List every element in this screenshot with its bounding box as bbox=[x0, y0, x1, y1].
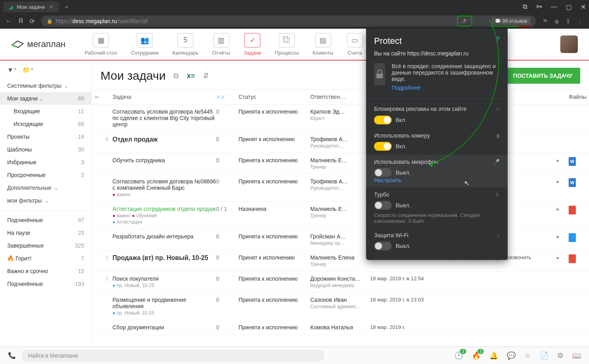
protect-option: Использовать камеру▮Вкл. bbox=[374, 128, 500, 155]
toggle-switch[interactable] bbox=[374, 142, 392, 151]
sliders-icon[interactable]: ⚙ bbox=[557, 351, 563, 360]
filter-icon[interactable]: ▼⁺ bbox=[7, 66, 17, 74]
tab-favicon: ◢ bbox=[9, 4, 13, 10]
more-icon[interactable]: ⋮ bbox=[577, 18, 583, 25]
browser-address-bar: ← Я ⟳ 🔒 https://desc.megaplan.ru/task/fi… bbox=[0, 14, 589, 29]
sidebar-item[interactable]: Подчинённые97 bbox=[0, 214, 91, 226]
note-icon[interactable]: 📄 bbox=[540, 351, 548, 360]
table-row[interactable]: Согласовать условия договора №08896 с ко… bbox=[92, 174, 589, 202]
sidebar-item[interactable]: На паузе23 bbox=[0, 226, 91, 239]
toggle-switch[interactable] bbox=[374, 201, 392, 210]
maximize-icon[interactable]: ▢ bbox=[566, 3, 572, 11]
protect-title: Protect bbox=[374, 36, 402, 46]
protect-popover: Protect? Вы на сайте https://desc.megapl… bbox=[366, 29, 508, 260]
svg-rect-1 bbox=[376, 74, 383, 79]
toggle-switch[interactable] bbox=[374, 168, 392, 177]
nav-Рабочий стол[interactable]: ▦Рабочий стол bbox=[85, 33, 117, 56]
sidebar: ▼⁺ 📁⁺ Системные фильтры ⌄Мои задачи ⌄69В… bbox=[0, 61, 92, 346]
sidebar-item[interactable]: Важно и срочно15 bbox=[0, 265, 91, 277]
clock-icon[interactable]: 🕐2 bbox=[454, 351, 463, 360]
collection-icon[interactable]: ⧉ bbox=[523, 3, 527, 11]
nav-Процессы[interactable]: ⿻Процессы bbox=[275, 33, 299, 56]
sidebar-item[interactable]: Завершённые325 bbox=[0, 239, 91, 252]
table-row[interactable]: Обучить сотрудника0Принята к исполнениюМ… bbox=[92, 153, 589, 174]
tab-close-icon[interactable]: ✕ bbox=[49, 4, 53, 10]
table-row[interactable]: Разработать дизайн интерьера0Принята к и… bbox=[92, 229, 589, 250]
indent-icon[interactable]: ⇤ bbox=[95, 94, 112, 100]
window-controls: ⧉ ≡• — ▢ ✕ bbox=[523, 3, 586, 11]
url-box[interactable]: 🔒 https://desc.megaplan.ru/task/filter/a… bbox=[41, 16, 536, 27]
check-col-icon[interactable]: ✓✓ bbox=[216, 94, 238, 100]
folder-add-icon[interactable]: 📁⁺ bbox=[22, 66, 33, 74]
nav-Календарь[interactable]: 5Календарь bbox=[172, 33, 199, 56]
protect-option: Защита Wi-Fi⏚Выкл. bbox=[374, 228, 500, 254]
help-icon[interactable]: ? bbox=[496, 36, 500, 46]
protect-more-link[interactable]: Подробнее bbox=[392, 85, 500, 91]
create-task-button[interactable]: ПОСТАВИТЬ ЗАДАЧУ bbox=[505, 68, 580, 84]
addon-icon[interactable]: ◆ bbox=[554, 18, 559, 25]
table-row[interactable]: Аттестация сотрудников отдела продажважн… bbox=[92, 202, 589, 229]
nav-Счета[interactable]: ▭Счета bbox=[347, 33, 363, 56]
excel-icon[interactable]: x≡ bbox=[187, 72, 195, 80]
sidebar-group[interactable]: Системные фильтры ⌄ bbox=[0, 79, 91, 92]
minimize-icon[interactable]: — bbox=[551, 3, 557, 11]
main-area: Мои задачи ⧉ x≡ ⇵ ПОСТАВИТЬ ЗАДАЧУ ⇤ Зад… bbox=[92, 61, 589, 346]
fire-icon[interactable]: 🔥3 bbox=[472, 351, 481, 360]
sidebar-item[interactable]: Подчинённые193 bbox=[0, 277, 91, 290]
star-icon[interactable]: ☆ bbox=[524, 351, 531, 360]
sidebar-item[interactable]: Мои задачи ⌄69 bbox=[0, 92, 91, 105]
task-grid: ⇤ Задача ✓✓ Статус Ответствен… Файлы ☆ С… bbox=[92, 89, 589, 346]
back-icon[interactable]: ← bbox=[6, 18, 12, 25]
sidebar-item[interactable]: Просроченные2 bbox=[0, 169, 91, 181]
sidebar-group[interactable]: Дополнительные ⌄ bbox=[0, 181, 91, 194]
lock-icon: 🔒 bbox=[47, 18, 53, 24]
yandex-home-icon[interactable]: Я bbox=[18, 18, 23, 25]
table-row[interactable]: Сбор документации0Принята к исполнениюКо… bbox=[92, 320, 589, 335]
book-icon[interactable]: 📖 bbox=[572, 351, 581, 360]
phone-icon[interactable]: 📞 bbox=[8, 352, 16, 359]
nav-Сотрудники[interactable]: 👥Сотрудники bbox=[131, 33, 159, 56]
tab-title: Мои задачи bbox=[17, 4, 45, 10]
copy-icon[interactable]: ⧉ bbox=[173, 72, 179, 80]
nav-Отчёты[interactable]: ▥Отчёты bbox=[212, 33, 230, 56]
page-title: Мои задачи bbox=[100, 69, 165, 83]
protect-site: Вы на сайте https://desc.megaplan.ru bbox=[374, 50, 500, 57]
menu-icon[interactable]: ≡• bbox=[536, 3, 542, 11]
sort-icon[interactable]: ⇵ bbox=[203, 71, 209, 80]
reviews-badge[interactable]: 💬 99 отзывов bbox=[492, 18, 530, 25]
bookmark-flag-icon[interactable]: ⚑ bbox=[542, 18, 548, 25]
protect-settings-link[interactable]: Настроить bbox=[374, 177, 500, 183]
close-window-icon[interactable]: ✕ bbox=[581, 3, 586, 11]
grid-header: ⇤ Задача ✓✓ Статус Ответствен… Файлы ☆ bbox=[92, 90, 589, 104]
mic-permission-icon[interactable] bbox=[457, 16, 472, 27]
download-icon[interactable]: ⬇ bbox=[565, 18, 571, 25]
sidebar-item[interactable]: Избранные3 bbox=[0, 156, 91, 169]
table-row[interactable]: 1Поиск покупателяпр. Новый, 10-250Принят… bbox=[92, 272, 589, 293]
sidebar-item[interactable]: Шаблоны30 bbox=[0, 143, 91, 156]
browser-tab[interactable]: ◢ Мои задачи ✕ bbox=[3, 2, 59, 12]
cursor-icon: ↖ bbox=[464, 179, 469, 187]
table-row[interactable]: Согласовать условия договора №5445 по сд… bbox=[92, 104, 589, 132]
sidebar-item[interactable]: Проекты16 bbox=[0, 130, 91, 143]
table-row[interactable]: Размещение и продвижение объявленияпр. Н… bbox=[92, 293, 589, 320]
app-footer: 📞 Найти в Мегаплане 🕐2 🔥3 🔔 💬 ☆ 📄 ⚙ 📖 bbox=[0, 346, 589, 364]
protect-option: Блокировка рекламы на этом сайте⦸Вкл. bbox=[374, 102, 500, 128]
sidebar-item[interactable]: 🔥 Горит!7 bbox=[0, 252, 91, 265]
toggle-switch[interactable] bbox=[374, 242, 392, 250]
logo[interactable]: мегаплан bbox=[11, 39, 65, 49]
search-input[interactable]: Найти в Мегаплане bbox=[22, 350, 325, 362]
toggle-switch[interactable] bbox=[374, 116, 392, 124]
nav-Задачи[interactable]: ✓Задачи bbox=[244, 33, 261, 56]
sidebar-item[interactable]: Входящие11 bbox=[0, 105, 91, 118]
sidebar-group[interactable]: мои фильтры ⌄ bbox=[0, 194, 91, 207]
table-row[interactable]: 6Отдел продаж0Принят к исполнениюТрофимо… bbox=[92, 132, 589, 153]
chat-icon[interactable]: 💬 bbox=[507, 351, 516, 360]
reload-icon[interactable]: ⟳ bbox=[30, 18, 35, 25]
bell-icon[interactable]: 🔔 bbox=[489, 351, 498, 360]
user-avatar[interactable] bbox=[560, 35, 578, 53]
sidebar-item[interactable]: Исходящие65 bbox=[0, 118, 91, 130]
table-row[interactable]: 2Продажа (вт) пр. Новый, 10-250Принят к … bbox=[92, 250, 589, 272]
protect-option: Турбо✈Выкл.Скорость соединения нормальна… bbox=[374, 187, 500, 228]
nav-Клиенты[interactable]: ▤Клиенты bbox=[313, 33, 333, 56]
new-tab-button[interactable]: ＋ bbox=[63, 2, 70, 12]
